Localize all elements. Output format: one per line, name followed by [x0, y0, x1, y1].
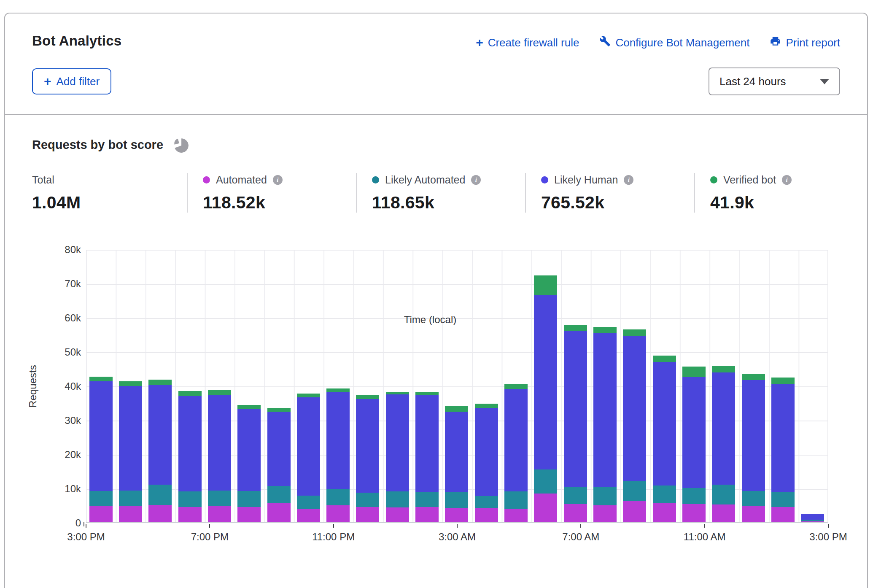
- bar-segment: [534, 469, 557, 494]
- x-tick-label: 3:00 PM: [67, 531, 105, 543]
- bar-column[interactable]: [590, 250, 620, 522]
- bar-column[interactable]: [86, 250, 116, 522]
- bar-segment: [237, 491, 261, 507]
- bar-column[interactable]: [146, 250, 175, 522]
- bar-segment: [504, 491, 528, 509]
- time-range-dropdown[interactable]: Last 24 hours: [709, 67, 840, 95]
- info-icon[interactable]: i: [624, 175, 633, 185]
- bar-segment: [178, 391, 202, 396]
- stat-value: 41.9k: [710, 193, 792, 213]
- bar-column[interactable]: [679, 250, 709, 522]
- bar-segment: [148, 385, 172, 485]
- bar-column[interactable]: [323, 250, 353, 522]
- y-axis-labels: 010k20k30k40k50k60k70k80k: [40, 250, 81, 523]
- bar-column[interactable]: [531, 250, 560, 522]
- bar-segment: [564, 331, 587, 487]
- bar-column[interactable]: [294, 250, 323, 522]
- header-actions: + Create firewall rule Configure Bot Man…: [476, 35, 840, 50]
- bar-segment: [623, 329, 646, 336]
- bar-column[interactable]: [175, 250, 205, 522]
- bar-segment: [89, 491, 113, 506]
- bar-column[interactable]: [560, 250, 590, 522]
- add-filter-label: Add filter: [57, 75, 100, 88]
- bar-segment: [148, 485, 172, 505]
- bar-segment: [623, 336, 646, 481]
- bar-segment: [297, 397, 320, 495]
- bar-segment: [89, 506, 113, 522]
- bar-column[interactable]: [709, 250, 738, 522]
- stat-value: 765.52k: [541, 193, 694, 213]
- bar-segment: [237, 507, 261, 522]
- stat-likely-human: Likely Humani765.52k: [525, 173, 694, 213]
- bar-column[interactable]: [620, 250, 649, 522]
- bar-segment: [297, 509, 320, 522]
- chevron-down-icon: [820, 79, 829, 84]
- bar-column[interactable]: [412, 250, 442, 522]
- bar-column[interactable]: [442, 250, 472, 522]
- y-tick-label: 30k: [65, 415, 81, 426]
- bar-column[interactable]: [798, 250, 827, 522]
- x-axis: 3:00 PM7:00 PM11:00 PM3:00 AM7:00 AM11:0…: [86, 524, 828, 553]
- bar-column[interactable]: [205, 250, 234, 522]
- bar-segment: [208, 491, 231, 506]
- chart: Requests 010k20k30k40k50k60k70k80k 3:00 …: [32, 250, 840, 523]
- bar-segment: [534, 275, 557, 295]
- x-tick: [333, 524, 334, 528]
- x-tick: [457, 524, 458, 528]
- bar-segment: [742, 506, 765, 522]
- plot-area: [86, 250, 828, 523]
- bar-segment: [178, 491, 202, 507]
- bar-column[interactable]: [501, 250, 531, 522]
- bar-column[interactable]: [472, 250, 501, 522]
- bar-segment: [771, 492, 795, 507]
- stat-label: Verified bot: [723, 174, 776, 186]
- bar-segment: [267, 412, 291, 486]
- bar-column[interactable]: [264, 250, 294, 522]
- add-filter-button[interactable]: + Add filter: [32, 68, 111, 94]
- bar-segment: [119, 506, 142, 522]
- bar-column[interactable]: [383, 250, 412, 522]
- bar-column[interactable]: [738, 250, 768, 522]
- bar-column[interactable]: [649, 250, 679, 522]
- stat-automated: Automatedi118.52k: [187, 173, 356, 213]
- stat-verified-bot: Verified boti41.9k: [694, 173, 792, 213]
- bar-segment: [445, 412, 468, 492]
- stat-likely-automated: Likely Automatedi118.65k: [356, 173, 525, 213]
- bar-segment: [682, 488, 706, 504]
- bar-segment: [119, 381, 142, 386]
- x-axis-title: Time (local): [59, 314, 801, 326]
- bar-segment: [504, 389, 528, 491]
- bar-column[interactable]: [116, 250, 145, 522]
- bar-column[interactable]: [768, 250, 798, 522]
- y-tick-label: 20k: [65, 449, 81, 461]
- bar-segment: [208, 506, 231, 522]
- stat-value: 118.65k: [372, 193, 525, 213]
- bar-segment: [386, 507, 409, 522]
- bar-column[interactable]: [353, 250, 383, 522]
- stat-label: Likely Automated: [385, 174, 465, 186]
- bar-segment: [386, 491, 409, 507]
- create-firewall-rule-link[interactable]: + Create firewall rule: [476, 36, 579, 49]
- bar-segment: [534, 494, 557, 522]
- bar-segment: [742, 380, 765, 491]
- info-icon[interactable]: i: [471, 175, 481, 185]
- bar-segment: [593, 487, 617, 505]
- bar-segment: [237, 405, 261, 409]
- x-tick: [828, 524, 829, 528]
- x-tick-label: 7:00 PM: [191, 531, 229, 543]
- bar-segment: [475, 496, 498, 508]
- bar-segment: [742, 374, 765, 380]
- configure-bot-management-link[interactable]: Configure Bot Management: [599, 35, 749, 50]
- info-icon[interactable]: i: [782, 175, 792, 185]
- print-report-link[interactable]: Print report: [770, 35, 840, 50]
- stat-label: Total: [32, 174, 54, 186]
- bar-column[interactable]: [234, 250, 264, 522]
- bar-segment: [89, 377, 113, 381]
- stat-total: Total1.04M: [32, 173, 187, 213]
- bar-segment: [682, 377, 706, 488]
- bar-segment: [564, 487, 587, 504]
- bar-segment: [475, 408, 498, 496]
- legend-dot: [541, 176, 548, 183]
- x-tick-label: 7:00 AM: [562, 531, 599, 543]
- info-icon[interactable]: i: [273, 175, 283, 185]
